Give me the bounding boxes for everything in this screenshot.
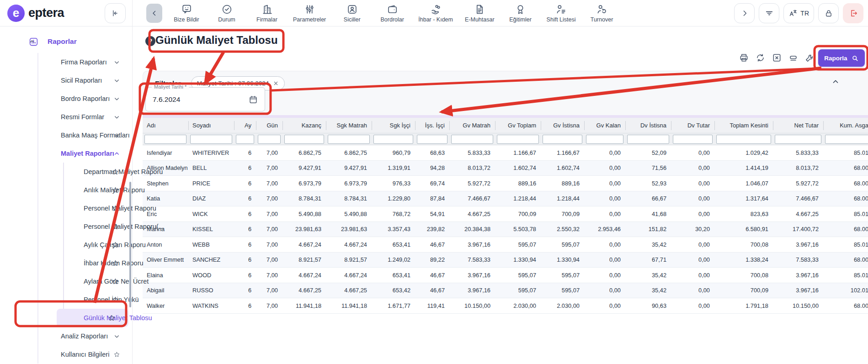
column-filter-input-ay[interactable] [236,135,254,144]
sidebar-scrollbar[interactable] [129,182,131,307]
refresh-icon[interactable] [755,53,766,63]
nav-item-eğitimler[interactable]: Eğitimler [506,4,535,23]
sidebar-item-bordro-raporları[interactable]: Bordro Raporları [38,90,132,108]
column-header-gv-kalan[interactable]: Gv Kalan [584,118,625,133]
sidebar-item-aylık-çalışan-raporu[interactable]: Aylık Çalışan Raporu [64,236,132,254]
column-header-dv-i-stisna[interactable]: Dv İstisna [625,118,671,133]
settings-wrench-icon[interactable] [804,53,815,63]
nav-item-bize-bildir[interactable]: Bize Bildir [172,4,201,23]
chevron-up-icon[interactable] [831,78,840,86]
sidebar-item-firma-raporları[interactable]: Firma Raporları [38,53,132,71]
printer-icon[interactable] [739,53,749,63]
nav-item-durum[interactable]: Durum [213,4,241,23]
close-icon[interactable] [273,80,279,86]
sidebar-item-aylara-göre-net-ücret[interactable]: Aylara Göre Net Ücret [64,272,132,290]
nav-item-shift-listesi[interactable]: Shift Listesi [547,4,576,23]
sidebar-item-maliyet-raporları[interactable]: Maliyet Raporları [38,144,132,163]
sidebar-section-raporlar[interactable]: Raporlar [0,34,132,49]
sidebar-item-kullanıcı-bilgileri[interactable]: Kullanıcı Bilgileri [38,345,132,364]
column-header-sgk-i-şçi[interactable]: Sgk İşçi [372,118,415,133]
column-filter-input-adı[interactable] [144,135,186,144]
table-row[interactable]: AbigailRUSSO67,004.667,254.667,25653,424… [143,283,868,299]
table-row[interactable]: KatiaDIAZ67,008.784,318.784,311.229,8087… [143,191,868,207]
column-filter-input-gv-matrah[interactable] [451,135,493,144]
column-filter-input-gv-kalan[interactable] [586,135,623,144]
nav-item-bordrolar[interactable]: Bordrolar [378,4,406,23]
nav-item-e-muhtasar[interactable]: E-Muhtasar [465,4,495,23]
nav-item-siciller[interactable]: Siciller [338,4,366,23]
star-icon [112,296,119,304]
column-filter-input-kum-asga[interactable] [825,135,868,144]
sidebar-item-günlük-maliyet-tablosu[interactable]: Günlük Maliyet Tablosu [57,309,128,327]
nav-item-firmalar[interactable]: Firmalar [253,4,281,23]
column-header-adı[interactable]: Adı [143,118,188,133]
table-row[interactable]: IsfendiyarWHITERIVER67,006.862,756.862,7… [143,145,868,161]
column-filter-input-sgk-matrah[interactable] [328,135,370,144]
collapse-rows-icon[interactable] [788,53,799,63]
column-filter-input-i-şs-i-şçi[interactable] [417,135,447,144]
column-header-kazanç[interactable]: Kazanç [282,118,326,133]
table-cell-dv-i-stisna: 66,67 [625,191,671,206]
sidebar-item-analiz-raporları[interactable]: Analiz Raporları [38,327,132,345]
column-filter-input-gv-i-stisna[interactable] [543,135,582,144]
column-filter-input-sgk-i-şçi[interactable] [373,135,413,144]
sidebar-item-personel-maliyet-raporu[interactable]: Personel Maliyet Raporu(... [64,217,132,236]
logout-button[interactable] [843,3,863,23]
raporla-button[interactable]: Raporla [818,49,865,67]
nav-item-turnover[interactable]: Turnover [588,4,616,23]
column-header-ay[interactable]: Ay [234,118,256,133]
sidebar-item-personel-maliyet-raporu[interactable]: Personel Maliyet Raporu [64,199,132,217]
nav-item-i-hbar-kıdem[interactable]: İhbar - Kıdem [418,4,453,23]
table-row[interactable]: WalkerWATKINS67,0011.941,1811.941,181.67… [143,298,868,314]
calendar-icon[interactable] [248,95,258,105]
column-filter-input-soyadı[interactable] [190,135,232,144]
table-row[interactable]: StephenPRICE67,006.973,796.973,79976,336… [143,176,868,191]
column-filter-input-gün[interactable] [258,135,281,144]
sidebar-item-departman-maliyet-raporu[interactable]: Departman Maliyet Raporu [64,163,132,181]
column-filter-input-gv-toplam[interactable] [497,135,539,144]
column-filter-input-net-tutar[interactable] [775,135,821,144]
sidebar-item-personel-i-zin-yükü[interactable]: Personel İzin Yükü [64,290,132,309]
table-row[interactable]: Oliver EmmettSANCHEZ67,008.921,578.921,5… [143,253,868,268]
column-header-net-tutar[interactable]: Net Tutar [773,118,823,133]
sidebar-item-resmi-formlar[interactable]: Resmi Formlar [38,108,132,126]
nav-scroll-right-button[interactable] [734,3,755,23]
column-header-dv-tutar[interactable]: Dv Tutar [671,118,714,133]
sidebar-collapse-button[interactable] [105,3,126,23]
column-filter-input-dv-i-stisna[interactable] [627,135,669,144]
sidebar-item-i-hbar-kıdem-raporu[interactable]: İhbar Kıdem Raporu [64,254,132,272]
sidebar-item-sicil-raporları[interactable]: Sicil Raporları [38,71,132,90]
table-cell-gv-kalan: 0,00 [584,298,625,313]
sidebar-item-anlık-maliyet-raporu[interactable]: Anlık Maliyet Raporu [64,181,132,199]
nav-scroll-left-button[interactable] [146,4,162,23]
column-filter-input-kazanç[interactable] [284,135,324,144]
column-filter-input-dv-tutar[interactable] [673,135,713,144]
column-header-i-şs-i-şçi[interactable]: İşs. İşçi [415,118,449,133]
language-button[interactable]: TR [783,3,814,23]
maliyet-tarihi-date-input[interactable]: Maliyet Tarihi * 7.6.2024 [145,87,265,111]
column-header-gv-matrah[interactable]: Gv Matrah [449,118,495,133]
sidebar-item-banka-maaş-formatları[interactable]: Banka Maaş Formatları [38,126,132,144]
help-icon[interactable]: ? [145,36,155,46]
column-header-gv-i-stisna[interactable]: Gv İstisna [541,118,584,133]
table-row[interactable]: MarinaKISSEL67,0023.981,6323.981,633.357… [143,222,868,237]
lock-button[interactable] [818,3,839,23]
column-header-gün[interactable]: Gün [256,118,282,133]
table-row[interactable]: EricWICK67,005.490,885.490,88768,7254,91… [143,206,868,222]
nav-item-parametreler[interactable]: Parametreler [293,4,326,23]
table-cell-gv-kalan: 0,00 [584,268,625,283]
table-row[interactable]: ElainaWOOD67,004.667,244.667,24653,4146,… [143,268,868,283]
table-cell-adı: Katia [143,191,188,206]
table-row[interactable]: AntonWEBB67,004.667,244.667,24653,4146,6… [143,237,868,253]
filter-button[interactable] [759,3,779,23]
column-header-toplam-kesinti[interactable]: Toplam Kesinti [714,118,773,133]
nav-item-label: Siciller [344,16,361,23]
clear-grid-icon[interactable] [772,53,782,63]
column-header-soyadı[interactable]: Soyadı [188,118,234,133]
column-filter-input-toplam-kesinti[interactable] [716,135,771,144]
column-header-kum-asga[interactable]: Kum. Asga [823,118,868,133]
table-cell-sgk-i-şçi: 1.671,77 [372,298,415,313]
column-header-sgk-matrah[interactable]: Sgk Matrah [326,118,372,133]
table-row[interactable]: Allison MadelynBELL67,009.427,919.427,91… [143,161,868,176]
column-header-gv-toplam[interactable]: Gv Toplam [495,118,541,133]
